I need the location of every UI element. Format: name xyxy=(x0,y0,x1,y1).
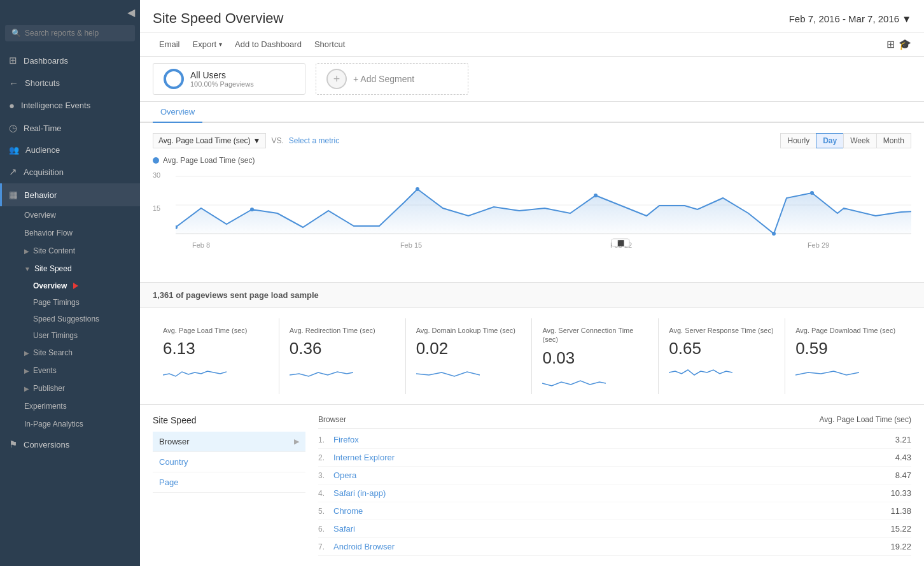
segment-name: All Users xyxy=(190,70,254,80)
svg-marker-3 xyxy=(176,189,911,234)
date-range-picker[interactable]: Feb 7, 2016 - Mar 7, 2016 ▼ xyxy=(789,13,911,24)
sub-item-label-site-content: Site Content xyxy=(33,246,75,255)
svg-text:⬛: ⬛ xyxy=(617,239,625,247)
sub-sub-item-speed-suggestions[interactable]: Speed Suggestions xyxy=(0,311,140,327)
chevron-right-icon: ▶ xyxy=(24,248,29,255)
metrics-cards: Avg. Page Load Time (sec) 6.13 Avg. Redi… xyxy=(140,308,924,405)
chevron-right-icon2: ▶ xyxy=(24,350,29,357)
browser-row-5: 6. Safari 15.22 xyxy=(318,520,911,538)
export-button[interactable]: Export ▾ xyxy=(186,36,229,52)
metric-card-3: Avg. Server Connection Time (sec) 0.03 xyxy=(532,318,659,394)
sidebar-item-intelligence[interactable]: ● Intelligence Events xyxy=(0,94,140,117)
settings-icon[interactable]: 🎓 xyxy=(899,38,911,50)
sub-item-label-events: Events xyxy=(33,366,57,375)
sidebar-item-realtime[interactable]: ◷ Real-Time xyxy=(0,117,140,139)
row-label-browser: Browser xyxy=(159,437,190,446)
metric-card-4: Avg. Server Response Time (sec) 0.65 xyxy=(659,318,785,394)
sidebar-item-conversions[interactable]: ⚑ Conversions xyxy=(0,433,140,456)
date-caret-icon: ▼ xyxy=(902,13,911,24)
browser-name-1[interactable]: Internet Explorer xyxy=(333,453,395,462)
sparkline-1 xyxy=(290,362,353,381)
chevron-right-icon4: ▶ xyxy=(24,385,29,392)
sidebar-item-shortcuts[interactable]: ← Shortcuts xyxy=(0,72,140,94)
time-btn-day[interactable]: Day xyxy=(816,133,844,148)
browser-name-0[interactable]: Firefox xyxy=(333,435,359,444)
sub-sub-label-speed-suggestions: Speed Suggestions xyxy=(33,315,99,323)
action-bar: Email Export ▾ Add to Dashboard Shortcut… xyxy=(140,32,924,57)
segment-all-users[interactable]: All Users 100.00% Pageviews xyxy=(153,63,305,95)
browser-value-4: 11.38 xyxy=(890,506,911,516)
browser-value-2: 8.47 xyxy=(895,470,911,480)
sub-sub-item-ss-overview[interactable]: Overview xyxy=(0,278,140,294)
browser-name-3[interactable]: Safari (in-app) xyxy=(333,488,386,498)
top-bar: Site Speed Overview Feb 7, 2016 - Mar 7,… xyxy=(140,0,924,32)
metric-dropdown[interactable]: Avg. Page Load Time (sec) ▼ xyxy=(153,133,266,148)
shortcuts-icon: ← xyxy=(9,78,18,88)
browser-table-header: Browser Avg. Page Load Time (sec) xyxy=(318,415,911,428)
time-btn-week[interactable]: Week xyxy=(843,133,876,148)
sub-item-label-site-search: Site Search xyxy=(33,348,73,357)
sub-item-experiments[interactable]: Experiments xyxy=(0,397,140,415)
sub-item-inpage[interactable]: In-Page Analytics xyxy=(0,415,140,433)
sub-item-site-content[interactable]: ▶ Site Content xyxy=(0,242,140,260)
email-button[interactable]: Email xyxy=(153,36,186,52)
table-row-browser[interactable]: Browser ▶ xyxy=(153,432,305,452)
browser-name-2[interactable]: Opera xyxy=(333,470,356,480)
table-row-page[interactable]: Page xyxy=(153,472,305,493)
sidebar-item-label-intelligence: Intelligence Events xyxy=(21,101,90,110)
add-segment-label: + Add Segment xyxy=(353,74,414,84)
grid-view-icon[interactable]: ⊞ xyxy=(886,38,895,50)
sidebar-item-label-realtime: Real-Time xyxy=(24,124,61,133)
browser-value-6: 19.22 xyxy=(890,542,911,551)
intelligence-icon: ● xyxy=(9,100,15,111)
shortcut-button[interactable]: Shortcut xyxy=(308,36,351,52)
sidebar-item-behavior[interactable]: ▦ Behavior xyxy=(0,183,140,206)
browser-num-0: 1. xyxy=(318,435,328,444)
table-row-country[interactable]: Country xyxy=(153,452,305,472)
sub-sub-item-page-timings[interactable]: Page Timings xyxy=(0,294,140,311)
sidebar-item-dashboards[interactable]: ⊞ Dashboards xyxy=(0,49,140,72)
sub-sub-item-user-timings[interactable]: User Timings xyxy=(0,327,140,344)
browser-name-5[interactable]: Safari xyxy=(333,524,355,534)
sub-item-events[interactable]: ▶ Events xyxy=(0,362,140,379)
browser-row-4: 5. Chrome 11.38 xyxy=(318,502,911,520)
sub-item-site-speed[interactable]: ▼ Site Speed xyxy=(0,260,140,278)
select-metric-link[interactable]: Select a metric xyxy=(289,136,339,145)
metric-selector: Avg. Page Load Time (sec) ▼ VS. Select a… xyxy=(153,133,339,148)
browser-row-2: 3. Opera 8.47 xyxy=(318,467,911,485)
metric-value-1: 0.36 xyxy=(290,339,395,358)
sub-sub-label-page-timings: Page Timings xyxy=(33,298,80,307)
browser-num-4: 5. xyxy=(318,507,328,516)
dashboards-icon: ⊞ xyxy=(9,55,17,66)
sub-item-site-search[interactable]: ▶ Site Search xyxy=(0,344,140,362)
sparkline-2 xyxy=(416,362,480,381)
chart-svg: Feb 8 Feb 15 Feb 22 Feb 29 ⬛ xyxy=(176,170,911,253)
search-box[interactable]: 🔍 xyxy=(5,25,135,41)
sub-item-publisher[interactable]: ▶ Publisher xyxy=(0,379,140,397)
time-btn-month[interactable]: Month xyxy=(876,133,911,148)
vs-text: VS. xyxy=(271,136,283,145)
sub-item-label-inpage: In-Page Analytics xyxy=(24,420,83,428)
add-dashboard-button[interactable]: Add to Dashboard xyxy=(228,36,308,52)
browser-name-4[interactable]: Chrome xyxy=(333,506,363,516)
action-bar-right: ⊞ 🎓 xyxy=(886,38,911,50)
behavior-icon: ▦ xyxy=(9,189,18,201)
collapse-button[interactable]: ◀ xyxy=(0,0,140,25)
avg-load-col-header: Avg. Page Load Time (sec) xyxy=(819,415,911,424)
acquisition-icon: ↗ xyxy=(9,166,17,178)
time-btn-hourly[interactable]: Hourly xyxy=(780,133,816,148)
add-segment-button[interactable]: + + Add Segment xyxy=(316,63,468,95)
tab-bar: Overview xyxy=(140,102,924,123)
search-input[interactable] xyxy=(25,29,129,38)
sub-item-behavior-flow[interactable]: Behavior Flow xyxy=(0,224,140,242)
sidebar: ◀ 🔍 ⊞ Dashboards ← Shortcuts ● Intellige… xyxy=(0,0,140,566)
browser-col-header: Browser xyxy=(318,415,346,424)
conversions-icon: ⚑ xyxy=(9,439,17,450)
browser-name-6[interactable]: Android Browser xyxy=(333,542,395,551)
nav-section-main: ⊞ Dashboards ← Shortcuts ● Intelligence … xyxy=(0,46,140,458)
metric-value-5: 0.59 xyxy=(795,339,901,358)
sub-item-overview[interactable]: Overview xyxy=(0,206,140,224)
sidebar-item-acquisition[interactable]: ↗ Acquisition xyxy=(0,160,140,183)
sidebar-item-audience[interactable]: 👥 Audience xyxy=(0,139,140,160)
tab-overview[interactable]: Overview xyxy=(153,102,202,123)
